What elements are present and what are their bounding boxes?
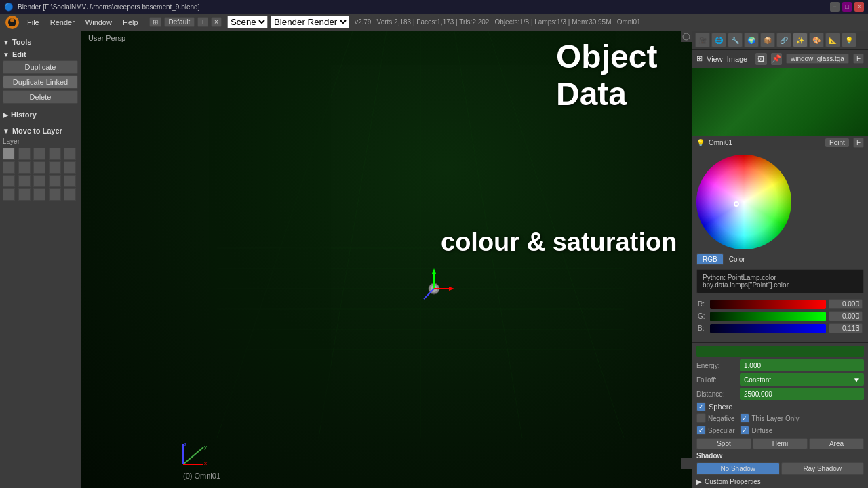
viewport-perspective-label: User Persp [88, 34, 125, 42]
viewport-corner-widget[interactable] [681, 31, 692, 42]
g-slider[interactable] [710, 312, 826, 321]
layer-cell-12[interactable] [18, 175, 31, 187]
panel-icon-data[interactable]: ✨ [793, 33, 808, 47]
layout-add[interactable]: + [197, 17, 208, 27]
svg-point-29 [683, 33, 690, 40]
r-value[interactable]: 0.000 [829, 299, 863, 309]
panel-icon-material[interactable]: 🎨 [809, 33, 824, 47]
layer-cell-20[interactable] [64, 188, 76, 201]
no-shadow-button[interactable]: No Shadow [696, 462, 780, 475]
tools-toggle[interactable]: − [74, 37, 78, 45]
duplicate-button[interactable]: Duplicate [3, 60, 78, 74]
python-line2: bpy.data.lamps["Point"].color [703, 281, 858, 289]
svg-line-4 [319, 31, 387, 438]
img-icon2[interactable]: 📌 [771, 53, 782, 65]
image-preview [692, 68, 868, 136]
distance-label: Distance: [696, 390, 737, 398]
layer-cell-16[interactable] [3, 188, 15, 201]
delete-button[interactable]: Delete [3, 90, 78, 104]
close-button[interactable]: × [854, 2, 864, 12]
layer-cell-4[interactable] [49, 148, 61, 160]
panel-icon-constraints[interactable]: 🔗 [776, 33, 791, 47]
layer-cell-1[interactable] [3, 148, 15, 160]
rgb-tab[interactable]: RGB [696, 253, 724, 265]
color-picker-main [696, 155, 864, 249]
r-slider[interactable] [710, 300, 826, 309]
layer-cell-17[interactable] [18, 188, 31, 201]
filename-field[interactable]: window_glass.tga [786, 54, 849, 64]
renderer-select[interactable]: Blender Render [271, 16, 349, 28]
3d-viewport[interactable]: colour & saturation Object Data [81, 31, 692, 488]
diffuse-label: Diffuse [751, 427, 772, 434]
menu-window[interactable]: Window [80, 16, 117, 28]
hemi-button[interactable]: Hemi [753, 438, 808, 449]
layer-cell-7[interactable] [18, 161, 31, 174]
color-preview-bar[interactable] [696, 346, 864, 357]
layer-cell-9[interactable] [49, 161, 61, 174]
g-channel: G: 0.000 [698, 311, 863, 321]
layout-del[interactable]: × [211, 17, 222, 27]
editor-type-icon[interactable]: ⊞ [149, 17, 161, 27]
falloff-type[interactable]: Constant ▼ [740, 373, 864, 386]
panel-icon-texture[interactable]: 📐 [825, 33, 840, 47]
diffuse-checkbox[interactable] [740, 426, 749, 435]
b-value[interactable]: 0.113 [829, 323, 863, 333]
version-info: v2.79 | Verts:2,183 | Faces:1,173 | Tris… [355, 18, 641, 26]
panel-icon-particles[interactable]: 💡 [842, 33, 856, 47]
point-label: Point [825, 138, 849, 147]
image-menu[interactable]: Image [727, 55, 748, 63]
energy-value[interactable]: 1.000 [740, 359, 864, 371]
panel-icon-scene[interactable]: 🔧 [728, 33, 743, 47]
layer-cell-14[interactable] [49, 175, 61, 187]
layer-cell-8[interactable] [33, 161, 45, 174]
specular-checkbox[interactable] [696, 426, 706, 435]
negative-option: Negative [696, 413, 734, 423]
layer-cell-13[interactable] [33, 175, 45, 187]
python-line1: Python: PointLamp.color [703, 274, 858, 281]
menu-file[interactable]: File [22, 16, 45, 28]
shadow-header: Shadow [696, 452, 722, 460]
layer-cell-15[interactable] [64, 175, 76, 187]
color-wheel[interactable] [696, 155, 791, 249]
layer-cell-3[interactable] [33, 148, 45, 160]
maximize-button[interactable]: □ [842, 2, 852, 12]
minimize-button[interactable]: − [830, 2, 840, 12]
g-value[interactable]: 0.000 [829, 311, 863, 321]
custom-props-row: ▶ Custom Properties [696, 478, 864, 485]
this-layer-label: This Layer Only [751, 415, 799, 422]
scene-select[interactable]: Scene [227, 16, 268, 28]
spot-button[interactable]: Spot [696, 438, 751, 449]
layer-cell-6[interactable] [3, 161, 15, 174]
sphere-checkbox[interactable] [696, 402, 706, 411]
custom-props-label: Custom Properties [705, 478, 761, 485]
img-editor-icon1[interactable]: ⊞ [696, 54, 703, 63]
negative-checkbox[interactable] [696, 413, 706, 423]
layer-cell-19[interactable] [49, 188, 61, 201]
layer-cell-2[interactable] [18, 148, 31, 160]
ray-shadow-button[interactable]: Ray Shadow [781, 462, 865, 475]
layer-cell-11[interactable] [3, 175, 15, 187]
panel-icon-world[interactable]: 🌍 [744, 33, 759, 47]
distance-value[interactable]: 2500.000 [740, 388, 864, 400]
layer-cell-5[interactable] [64, 148, 76, 160]
b-channel: B: 0.113 [698, 323, 863, 333]
layer-cell-10[interactable] [64, 161, 76, 174]
img-icon1[interactable]: 🖼 [755, 53, 766, 65]
view-menu[interactable]: View [707, 55, 723, 63]
b-slider[interactable] [710, 324, 826, 333]
menu-render[interactable]: Render [45, 16, 80, 28]
panel-icon-object[interactable]: 📦 [760, 33, 775, 47]
area-button[interactable]: Area [809, 438, 864, 449]
duplicate-linked-button[interactable]: Duplicate Linked [3, 75, 78, 89]
shadow-type-row: No Shadow Ray Shadow [696, 462, 864, 475]
layout-select[interactable]: Default [164, 17, 195, 27]
color-wheel-container[interactable] [696, 155, 791, 249]
f2-button[interactable]: F [853, 138, 864, 148]
panel-icon-render[interactable]: 🌐 [711, 33, 726, 47]
panel-icon-camera[interactable]: 🎥 [695, 33, 710, 47]
this-layer-checkbox[interactable] [740, 413, 749, 423]
layer-cell-18[interactable] [33, 188, 45, 201]
f-button[interactable]: F [853, 54, 864, 64]
diffuse-option: Diffuse [740, 426, 772, 435]
menu-help[interactable]: Help [117, 16, 144, 28]
